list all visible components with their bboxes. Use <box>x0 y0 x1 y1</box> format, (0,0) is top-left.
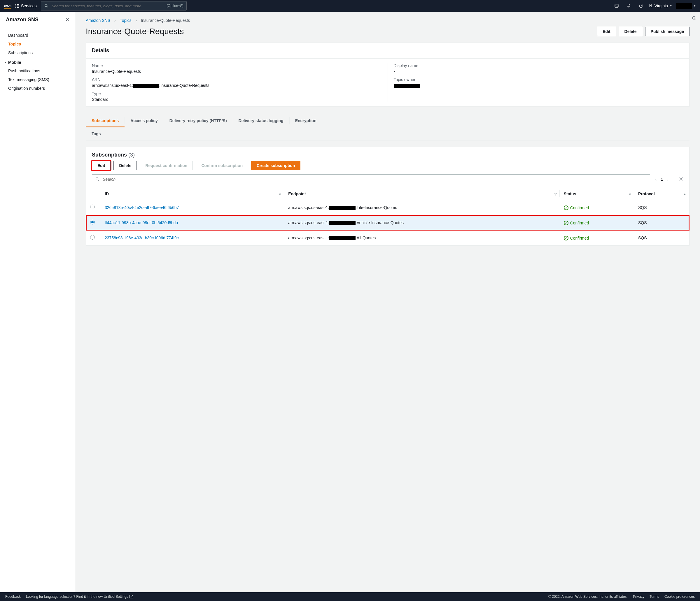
check-circle-icon: ✓ <box>564 236 569 240</box>
status-confirmed: ✓Confirmed <box>564 220 589 225</box>
endpoint-cell: arn:aws:sqs:us-east-1::All-Quotes <box>284 230 560 245</box>
protocol-cell: SQS <box>634 230 689 245</box>
divider <box>388 63 388 102</box>
chevron-right-icon: › <box>135 18 137 23</box>
edit-button[interactable]: Edit <box>597 27 616 36</box>
svg-point-6 <box>694 17 694 18</box>
global-search[interactable]: [Option+S] <box>41 1 187 10</box>
page-number: 1 <box>661 177 663 182</box>
status-text: Confirmed <box>570 220 589 225</box>
lang-hint-text: Looking for language selection? Find it … <box>26 595 104 599</box>
feedback-link[interactable]: Feedback <box>5 595 21 599</box>
subs-header-text: Subscriptions <box>92 152 127 158</box>
redacted-mask <box>329 206 355 210</box>
crumb-topics[interactable]: Topics <box>120 18 131 23</box>
lang-hint: Looking for language selection? Find it … <box>26 595 133 599</box>
row-radio[interactable] <box>90 235 95 240</box>
cookie-link[interactable]: Cookie preferences <box>665 595 695 599</box>
col-id[interactable]: ID▽ <box>101 188 284 200</box>
endpoint-cell: arn:aws:sqs:us-east-1::Vehicle-Insurance… <box>284 215 560 230</box>
unified-label: Unified Settings <box>104 595 128 599</box>
table-row[interactable]: 32658135-40c4-4e2c-aff7-6aee46f6b6b7 arn… <box>86 200 689 215</box>
sidebar-nav: Dashboard Topics Subscriptions ▼ Mobile … <box>0 28 75 96</box>
svg-line-1 <box>47 6 48 7</box>
tab-subscriptions[interactable]: Subscriptions <box>86 114 125 127</box>
delete-button[interactable]: Delete <box>619 27 642 36</box>
help-icon[interactable] <box>637 3 645 8</box>
copyright: © 2022, Amazon Web Services, Inc. or its… <box>548 595 628 599</box>
sidebar-item-sms[interactable]: Text messaging (SMS) <box>0 75 75 84</box>
status-text: Confirmed <box>570 236 589 240</box>
sidebar-close-icon[interactable]: × <box>66 16 69 23</box>
sidebar-group-label: Mobile <box>8 60 21 65</box>
tab-access-policy[interactable]: Access policy <box>125 114 163 127</box>
sidebar-item-topics[interactable]: Topics <box>0 40 75 48</box>
crumb-current: Insurance-Quote-Requests <box>141 18 190 23</box>
global-search-input[interactable] <box>51 3 165 8</box>
sidebar-item-subscriptions[interactable]: Subscriptions <box>0 48 75 57</box>
crumb-sns[interactable]: Amazon SNS <box>86 18 110 23</box>
notifications-icon[interactable] <box>625 3 633 8</box>
table-row[interactable]: ff44ac11-998b-4aae-98ef-0bf5420d5bda arn… <box>86 215 689 230</box>
table-row[interactable]: 23758c93-196e-403e-b30c-f096df774f9c arn… <box>86 230 689 245</box>
sidebar-item-origination[interactable]: Origination numbers <box>0 84 75 93</box>
tab-encryption[interactable]: Encryption <box>289 114 322 127</box>
svg-rect-2 <box>615 4 618 7</box>
cloudshell-icon[interactable] <box>612 3 621 8</box>
next-page-button[interactable]: › <box>667 177 669 182</box>
col-status[interactable]: Status▽ <box>560 188 634 200</box>
tab-tags[interactable]: Tags <box>86 127 107 140</box>
sidebar-group-mobile[interactable]: ▼ Mobile <box>0 57 75 67</box>
endpoint-cell: arn:aws:sqs:us-east-1::Life-Insurance-Qu… <box>284 200 560 215</box>
owner-value <box>394 83 684 88</box>
topbar: aws Services [Option+S] N. Virginia ▼ ▼ <box>0 0 700 12</box>
svg-point-8 <box>96 178 98 180</box>
owner-label: Topic owner <box>394 77 684 82</box>
status-confirmed: ✓Confirmed <box>564 206 589 210</box>
create-subscription-button[interactable]: Create subscription <box>251 161 300 170</box>
aws-logo: aws <box>4 3 11 8</box>
tabs-row1: Subscriptions Access policy Delivery ret… <box>86 114 690 127</box>
privacy-link[interactable]: Privacy <box>633 595 644 599</box>
gear-icon[interactable] <box>674 177 683 182</box>
type-value: Standard <box>92 97 382 102</box>
prev-page-button[interactable]: ‹ <box>655 177 657 182</box>
col-protocol[interactable]: Protocol▲ <box>634 188 689 200</box>
search-icon <box>95 177 100 182</box>
grid-icon <box>16 4 19 8</box>
services-menu[interactable]: Services <box>16 3 37 8</box>
tab-delivery-status[interactable]: Delivery status logging <box>233 114 289 127</box>
arn-value: arn:aws:sns:us-east-1::Insurance-Quote-R… <box>92 83 382 88</box>
tab-retry-policy[interactable]: Delivery retry policy (HTTP/S) <box>164 114 233 127</box>
sidebar: Amazon SNS × Dashboard Topics Subscripti… <box>0 12 75 592</box>
row-radio[interactable] <box>90 220 95 225</box>
col-id-label: ID <box>105 191 109 196</box>
page-title: Insurance-Quote-Requests <box>86 27 184 36</box>
status-text: Confirmed <box>570 206 589 210</box>
subs-count: (3) <box>128 152 135 158</box>
row-radio[interactable] <box>90 205 95 209</box>
chevron-right-icon: › <box>114 18 116 23</box>
region-selector[interactable]: N. Virginia ▼ <box>649 3 672 8</box>
terms-link[interactable]: Terms <box>650 595 659 599</box>
breadcrumb: Amazon SNS › Topics › Insurance-Quote-Re… <box>86 18 690 23</box>
subs-search-input[interactable] <box>102 177 647 182</box>
redacted-mask <box>394 84 420 88</box>
publish-button[interactable]: Publish message <box>645 27 690 36</box>
info-icon[interactable] <box>692 16 697 21</box>
arn-label: ARN <box>92 77 382 82</box>
subs-search[interactable] <box>92 174 650 184</box>
subs-edit-button[interactable]: Edit <box>92 161 110 170</box>
subs-delete-button[interactable]: Delete <box>114 161 137 170</box>
subscription-id-link[interactable]: 23758c93-196e-403e-b30c-f096df774f9c <box>105 235 179 240</box>
sidebar-item-push[interactable]: Push notifications <box>0 67 75 75</box>
sidebar-item-dashboard[interactable]: Dashboard <box>0 31 75 40</box>
ep-suffix: :All-Quotes <box>355 235 376 240</box>
subscription-id-link[interactable]: ff44ac11-998b-4aae-98ef-0bf5420d5bda <box>105 220 178 225</box>
redacted-mask <box>329 236 355 240</box>
chevron-down-icon: ▼ <box>4 61 6 64</box>
unified-settings-link[interactable]: Unified Settings <box>104 595 133 599</box>
account-menu[interactable]: ▼ <box>676 3 696 9</box>
col-endpoint[interactable]: Endpoint▽ <box>284 188 560 200</box>
subscription-id-link[interactable]: 32658135-40c4-4e2c-aff7-6aee46f6b6b7 <box>105 205 179 210</box>
